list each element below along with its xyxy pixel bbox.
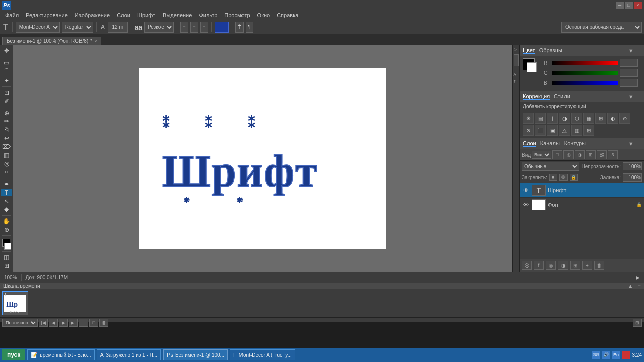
strip-icon-3[interactable]: ¶ bbox=[514, 79, 519, 84]
layer-mask-btn[interactable]: ◎ bbox=[564, 150, 574, 159]
corr-channel-mix[interactable]: ⊗ bbox=[523, 125, 534, 136]
dodge-tool[interactable]: ○ bbox=[1, 168, 12, 176]
brush-tool[interactable]: ✏ bbox=[1, 118, 12, 125]
link-layers-btn[interactable]: ⛓ bbox=[522, 261, 532, 270]
corr-invert[interactable]: ⬛ bbox=[535, 125, 546, 136]
quick-mask-btn[interactable]: ◫ bbox=[1, 253, 12, 261]
workspace-select[interactable]: Основная рабочая среда bbox=[561, 22, 642, 33]
add-mask-btn[interactable]: ◎ bbox=[546, 261, 556, 270]
link-btn[interactable]: ⛓ bbox=[597, 150, 607, 159]
canvas-area[interactable]: .dec-text { font-family: Georgia, 'Times… bbox=[13, 45, 512, 272]
lasso-tool[interactable]: ⌒ bbox=[1, 67, 12, 76]
red-input[interactable]: 0 bbox=[620, 59, 638, 67]
adjustment-btn[interactable]: ◑ bbox=[575, 150, 585, 159]
layer-vis-bg[interactable]: 👁 bbox=[522, 201, 530, 209]
minimize-button[interactable]: ─ bbox=[616, 2, 624, 9]
timeline-menu[interactable]: ≡ bbox=[638, 283, 641, 289]
green-input[interactable]: 0 bbox=[620, 69, 638, 77]
background-color[interactable] bbox=[4, 243, 11, 250]
play-btn-2[interactable]: ▶ bbox=[59, 319, 68, 327]
corr-gradient-map[interactable]: ▥ bbox=[571, 125, 582, 136]
corr-threshold[interactable]: △ bbox=[559, 125, 570, 136]
font-name-select[interactable]: Mont-Decor A bbox=[16, 22, 60, 33]
add-group-btn[interactable]: ⊞ bbox=[570, 261, 580, 270]
corr-levels[interactable]: ▤ bbox=[535, 113, 546, 124]
correction-panel-collapse[interactable]: ▼ bbox=[628, 94, 634, 100]
group-btn[interactable]: ⊞ bbox=[586, 150, 596, 159]
stamp-tool[interactable]: ⎗ bbox=[1, 126, 12, 134]
tray-icon-3[interactable]: En bbox=[612, 351, 620, 359]
del-frame-btn[interactable]: 🗑 bbox=[99, 319, 108, 327]
heal-tool[interactable]: ⊕ bbox=[1, 109, 12, 117]
color-tab[interactable]: Цвет bbox=[523, 47, 535, 54]
menu-file[interactable]: Файл bbox=[2, 12, 22, 19]
corr-bw[interactable]: ◐ bbox=[607, 113, 618, 124]
first-frame-btn[interactable]: |◀ bbox=[39, 319, 48, 327]
maximize-button[interactable]: □ bbox=[625, 2, 633, 9]
font-size-input[interactable] bbox=[108, 22, 128, 33]
hand-tool[interactable]: ✋ bbox=[1, 217, 12, 225]
start-button[interactable]: пуск bbox=[2, 349, 25, 360]
convert-btn[interactable]: ⊞ bbox=[633, 319, 642, 327]
red-slider[interactable] bbox=[552, 61, 618, 65]
shape-tool[interactable]: ◆ bbox=[1, 206, 12, 213]
taskbar-photoshop[interactable]: Ps Без имени-1 @ 100... bbox=[163, 349, 228, 360]
font-style-select[interactable]: Regular bbox=[62, 22, 93, 33]
taskbar-browser[interactable]: A Загружено 1 из 1 - Я... bbox=[97, 349, 162, 360]
lock-all-btn[interactable]: 🔒 bbox=[570, 174, 578, 181]
path-select-tool[interactable]: ↖ bbox=[1, 197, 12, 205]
history-brush-tool[interactable]: ↩ bbox=[1, 135, 12, 142]
3d-btn[interactable]: 3 bbox=[608, 150, 618, 159]
corr-vibrance[interactable]: ⬡ bbox=[571, 113, 582, 124]
close-tab-btn[interactable]: × bbox=[94, 39, 97, 44]
layers-panel-collapse[interactable]: ▼ bbox=[628, 141, 634, 147]
paths-tab[interactable]: Контуры bbox=[564, 140, 586, 147]
tween-btn[interactable]: … bbox=[79, 319, 88, 327]
menu-layers[interactable]: Слои bbox=[114, 12, 133, 19]
corr-curves[interactable]: ∫ bbox=[547, 113, 558, 124]
add-layer-btn[interactable]: + bbox=[582, 261, 592, 270]
delete-layer-btn[interactable]: 🗑 bbox=[594, 261, 604, 270]
taskbar-font[interactable]: F Mont-Decor A (TrueTy... bbox=[230, 349, 295, 360]
align-right-btn[interactable]: ≡ bbox=[200, 22, 208, 33]
correction-panel-menu[interactable]: ≡ bbox=[638, 94, 641, 100]
green-slider[interactable] bbox=[552, 71, 618, 75]
eyedropper-tool[interactable]: ✐ bbox=[1, 98, 12, 105]
bg-swatch[interactable] bbox=[527, 62, 537, 72]
color-swatch-btn[interactable] bbox=[215, 22, 229, 33]
channels-tab[interactable]: Каналы bbox=[540, 140, 560, 147]
correction-tab[interactable]: Коррекция bbox=[523, 93, 550, 100]
add-adjustment-btn[interactable]: ◑ bbox=[558, 261, 568, 270]
layers-tab[interactable]: Слои bbox=[523, 140, 536, 147]
layer-style-btn[interactable]: f bbox=[534, 261, 544, 270]
menu-window[interactable]: Окно bbox=[254, 12, 273, 19]
layers-view-select[interactable]: Вид bbox=[532, 151, 551, 159]
char-panel-btn[interactable]: ¶ bbox=[246, 22, 253, 33]
corr-colorbalance[interactable]: ⊞ bbox=[595, 113, 606, 124]
lock-pixels-btn[interactable]: ■ bbox=[549, 174, 557, 181]
screen-mode-btn[interactable]: ⊞ bbox=[1, 262, 12, 269]
next-frame-btn[interactable]: ▶| bbox=[69, 319, 78, 327]
layer-item-bg[interactable]: 👁 Фон 🔒 bbox=[520, 198, 644, 212]
gradient-tool[interactable]: ▥ bbox=[1, 151, 12, 159]
swatches-tab[interactable]: Образцы bbox=[539, 47, 562, 54]
frame-1[interactable]: 1 Шр 0 сек. bbox=[2, 291, 28, 315]
blue-slider[interactable] bbox=[552, 81, 618, 85]
strip-icon-1[interactable] bbox=[514, 54, 519, 66]
timeline-collapse[interactable]: ▲ bbox=[628, 283, 633, 289]
tray-icon-1[interactable]: ⌨ bbox=[592, 351, 600, 359]
pen-tool[interactable]: ✒ bbox=[1, 180, 12, 188]
menu-help[interactable]: Справка bbox=[274, 12, 301, 19]
opacity-input[interactable] bbox=[623, 162, 642, 170]
strip-icon-2[interactable]: A bbox=[514, 72, 519, 77]
document-tab[interactable]: Без имени-1 @ 100% (Фон, RGB/8) * × bbox=[2, 37, 101, 45]
play-btn[interactable]: ▶ bbox=[636, 275, 640, 280]
crop-tool[interactable]: ⊡ bbox=[1, 89, 12, 97]
lock-pos-btn[interactable]: ✙ bbox=[559, 174, 568, 181]
eraser-tool[interactable]: ⌦ bbox=[1, 143, 12, 150]
blur-tool[interactable]: ◎ bbox=[1, 160, 12, 167]
layer-item-font[interactable]: 👁 T Шрифт bbox=[520, 183, 644, 198]
window-controls[interactable]: ─ □ × bbox=[616, 2, 642, 9]
color-panel-menu[interactable]: ≡ bbox=[638, 48, 641, 54]
blue-input[interactable]: 0 bbox=[620, 79, 638, 87]
